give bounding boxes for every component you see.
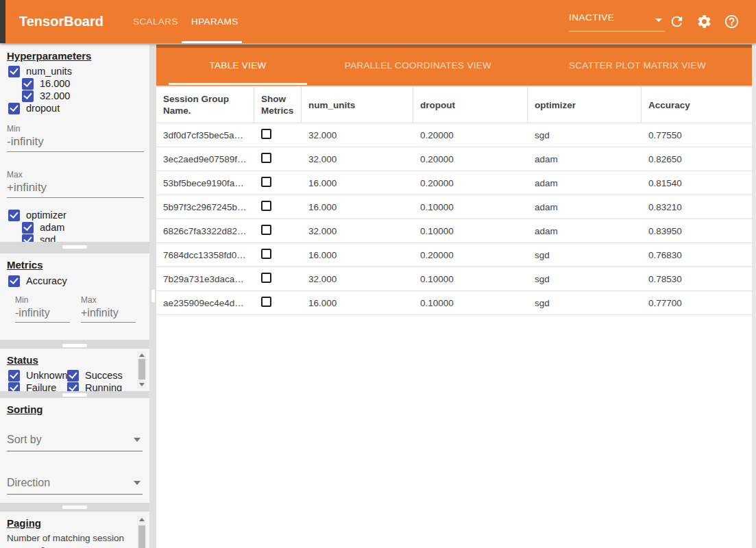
scroll-down-icon[interactable] (139, 383, 145, 386)
dropdown-caret-icon (655, 18, 662, 22)
sort-by-placeholder: Sort by (7, 434, 143, 451)
tab-hparams[interactable]: HPARAMS (191, 16, 239, 27)
accuracy-max-field: Max +infinity (81, 295, 136, 323)
accuracy-cell: 0.81540 (642, 178, 752, 188)
accuracy-checkbox[interactable] (8, 275, 20, 287)
metrics-heading: Metrics (7, 259, 149, 271)
status-success-checkbox[interactable] (67, 370, 79, 382)
optimizer-cell: sgd (528, 250, 642, 260)
dropout-max-input[interactable]: +infinity (7, 181, 144, 198)
status-running-checkbox[interactable] (67, 382, 79, 392)
column-header-optimizer: optimizer (528, 87, 642, 123)
status-heading: Status (7, 354, 149, 366)
show-metrics-checkbox[interactable] (261, 201, 271, 211)
show-metrics-cell (254, 153, 302, 165)
session-group-name: 53bf5bece9190fa… (156, 178, 254, 188)
show-metrics-cell (254, 225, 302, 237)
num-units-checkbox[interactable] (8, 66, 20, 77)
show-metrics-checkbox[interactable] (261, 129, 271, 139)
num-units-cell: 32.000 (302, 226, 413, 236)
runs-status-dropdown[interactable]: INACTIVE (569, 11, 665, 32)
status-scrollbar-thumb[interactable] (138, 359, 145, 379)
refresh-icon[interactable] (669, 14, 685, 29)
tab-table-view[interactable]: TABLE VIEW (169, 45, 307, 86)
table-row: 7b29a731e3daca… 32.000 0.10000 sgd 0.785… (156, 267, 752, 291)
optimizer-checkbox[interactable] (8, 210, 20, 221)
view-tab-bar: TABLE VIEW PARALLEL COORDINATES VIEW SCA… (156, 45, 752, 86)
num-units-cell: 16.000 (302, 250, 413, 260)
optimizer-value-row: adam (0, 221, 149, 234)
optimizer-value-row: sgd (0, 234, 149, 242)
section-resize-handle[interactable] (62, 344, 87, 347)
status-failure: Failure (8, 382, 67, 392)
sorting-section: Sorting Sort by Direction (0, 398, 149, 503)
num-units-cell: 16.000 (302, 202, 413, 212)
direction-placeholder: Direction (7, 477, 143, 494)
column-header-dropout: dropout (413, 87, 528, 123)
dropout-cell: 0.10000 (413, 274, 528, 284)
num-units-cell: 32.000 (302, 274, 413, 284)
num-units-16-checkbox[interactable] (22, 78, 34, 90)
optimizer-cell: adam (528, 202, 642, 212)
scroll-up-icon[interactable] (139, 353, 145, 357)
accuracy-cell: 0.77550 (642, 130, 752, 140)
section-resize-handle[interactable] (62, 245, 87, 249)
status-unknown-checkbox[interactable] (8, 370, 20, 382)
tab-parallel-coordinates-view[interactable]: PARALLEL COORDINATES VIEW (336, 45, 500, 86)
filters-sidebar: Hyperparameters num_units 16.000 32.000 … (0, 45, 149, 548)
show-metrics-checkbox[interactable] (261, 297, 271, 307)
show-metrics-checkbox[interactable] (261, 249, 271, 259)
accuracy-min-input[interactable]: -infinity (15, 307, 70, 323)
window-edge (0, 0, 5, 43)
accuracy-max-input[interactable]: +infinity (81, 307, 136, 323)
paging-scrollbar-thumb[interactable] (138, 525, 145, 548)
show-metrics-cell (254, 297, 302, 309)
dropout-checkbox[interactable] (8, 103, 20, 114)
accuracy-min-field: Min -infinity (15, 295, 70, 323)
section-resize-handle[interactable] (62, 393, 87, 397)
dropout-label: dropout (26, 103, 60, 114)
optimizer-cell: adam (528, 226, 642, 236)
table-row: 3df0d7cf35bec5a… 32.000 0.20000 sgd 0.77… (156, 123, 752, 147)
active-view-tab-underline (169, 83, 307, 85)
table-header-row: Session Group Name. Show Metrics num_uni… (156, 87, 752, 123)
session-group-name: ae235909ec4e4d… (156, 298, 254, 308)
tab-scatter-plot-matrix-view[interactable]: SCATTER PLOT MATRIX VIEW (555, 45, 720, 86)
status-failure-checkbox[interactable] (8, 382, 20, 392)
section-resize-handle[interactable] (62, 506, 87, 509)
sidebar-resize-handle[interactable] (151, 290, 155, 302)
num-units-value-row: 16.000 (0, 77, 149, 90)
accuracy-range: Min -infinity Max +infinity (15, 295, 149, 323)
tab-scalars[interactable]: SCALARS (133, 16, 178, 27)
show-metrics-checkbox[interactable] (261, 153, 271, 163)
num-units-cell: 32.000 (302, 130, 413, 140)
show-metrics-checkbox[interactable] (261, 177, 271, 187)
num-units-cell: 16.000 (302, 298, 413, 308)
scroll-up-icon[interactable] (139, 518, 145, 521)
session-group-name: 6826c7fa3322d82… (156, 226, 254, 236)
num-units-cell: 32.000 (302, 154, 413, 164)
accuracy-min-label: Min (15, 295, 70, 305)
settings-gear-icon[interactable] (696, 14, 712, 29)
app-title: TensorBoard (19, 14, 103, 29)
sort-by-dropdown[interactable]: Sort by (7, 434, 143, 451)
status-section: Status Unknown Success Failure (0, 349, 149, 391)
dropout-min-input[interactable]: -infinity (7, 135, 144, 152)
table-row: 7684dcc13358fd0… 16.000 0.20000 sgd 0.76… (156, 243, 752, 267)
show-metrics-cell (254, 129, 302, 141)
optimizer-cell: sgd (528, 274, 642, 284)
session-group-name: 7b29a731e3daca… (156, 274, 254, 284)
show-metrics-checkbox[interactable] (261, 273, 271, 283)
optimizer-adam-checkbox[interactable] (22, 222, 34, 234)
session-group-name: 5b97f3c2967245b… (156, 202, 254, 212)
show-metrics-cell (254, 177, 302, 189)
num-units-cell: 16.000 (302, 178, 413, 188)
dropout-min-label: Min (7, 124, 149, 134)
show-metrics-checkbox[interactable] (261, 225, 271, 235)
num-units-32-checkbox[interactable] (22, 90, 34, 102)
show-metrics-cell (254, 249, 302, 261)
optimizer-sgd-checkbox[interactable] (22, 234, 34, 242)
dropout-cell: 0.20000 (413, 178, 528, 188)
help-icon[interactable] (724, 14, 740, 29)
direction-dropdown[interactable]: Direction (7, 477, 143, 495)
